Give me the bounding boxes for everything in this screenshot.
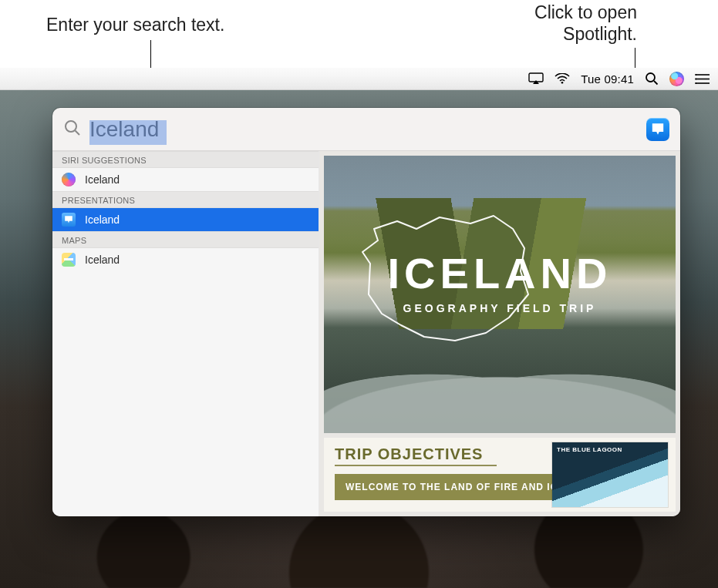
menubar-clock[interactable]: Tue 09:41 (581, 68, 634, 89)
spotlight-preview-pane: ICELAND GEOGRAPHY FIELD TRIP TRIP OBJECT… (319, 151, 680, 516)
callout-search-text: Enter your search text. (46, 14, 308, 36)
callout-spotlight-line2: Spotlight. (437, 23, 637, 45)
spotlight-search-row (52, 108, 680, 151)
callout-line (635, 48, 635, 69)
results-group-header: PRESENTATIONS (52, 191, 319, 208)
result-label: Iceland (85, 213, 120, 226)
svg-point-10 (66, 121, 76, 132)
siri-icon[interactable] (669, 68, 684, 89)
airplay-icon[interactable] (528, 68, 544, 89)
preview-slide-1: ICELAND GEOGRAPHY FIELD TRIP (324, 156, 676, 433)
notification-center-icon[interactable] (695, 68, 710, 89)
callout-spotlight-line1: Click to open (437, 2, 637, 24)
results-group-header: MAPS (52, 231, 319, 248)
slide-title: ICELAND (324, 248, 676, 298)
siri-icon (62, 173, 76, 186)
preview-slide-2: TRIP OBJECTIVES WELCOME TO THE LAND OF F… (324, 438, 676, 512)
result-label: Iceland (85, 173, 120, 186)
svg-point-7 (695, 73, 696, 75)
search-icon (63, 119, 82, 140)
slide2-thumbnail: THE BLUE LAGOON (552, 442, 668, 507)
svg-point-9 (695, 82, 696, 83)
slide2-welcome-banner: WELCOME TO THE LAND OF FIRE AND ICE (335, 474, 575, 500)
result-row-presentation[interactable]: Iceland (52, 208, 319, 231)
result-label: Iceland (85, 254, 120, 266)
heading-underline (335, 465, 497, 466)
result-row-siri-suggestion[interactable]: Iceland (52, 168, 319, 191)
svg-line-3 (654, 81, 658, 85)
spotlight-panel: SIRI SUGGESTIONS Iceland PRESENTATIONS I… (52, 108, 680, 516)
svg-line-11 (76, 130, 80, 135)
spotlight-results-list: SIRI SUGGESTIONS Iceland PRESENTATIONS I… (52, 151, 319, 516)
svg-point-2 (646, 73, 655, 82)
thumbnail-caption: THE BLUE LAGOON (557, 447, 622, 454)
menubar: Tue 09:41 (0, 68, 718, 90)
keynote-app-icon (646, 118, 669, 141)
spotlight-icon[interactable] (645, 68, 659, 89)
slide-subtitle: GEOGRAPHY FIELD TRIP (324, 302, 676, 314)
wifi-icon[interactable] (555, 68, 570, 89)
svg-point-1 (561, 82, 564, 84)
keynote-doc-icon (62, 213, 76, 227)
result-row-maps[interactable]: Iceland (52, 248, 319, 271)
maps-icon (62, 253, 76, 267)
results-group-header: SIRI SUGGESTIONS (52, 151, 319, 168)
spotlight-search-input[interactable] (89, 117, 366, 142)
svg-point-8 (695, 78, 696, 79)
